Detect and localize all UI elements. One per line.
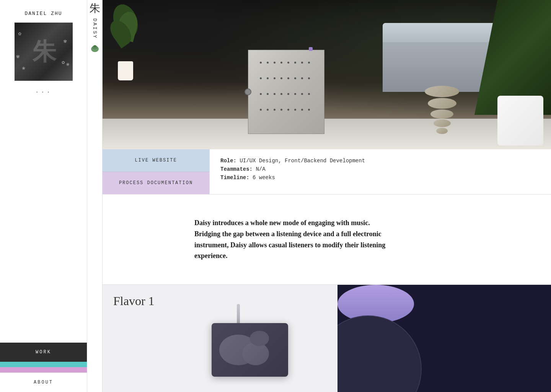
teammates-line: Teammates: N/A bbox=[220, 166, 540, 172]
live-website-button[interactable]: LIVE WEBSITE bbox=[103, 149, 209, 172]
device-screen bbox=[212, 323, 288, 377]
decorative-stones bbox=[425, 86, 459, 134]
sidebar-top: DANIEL ZHU 朱 ✿ ✾ ❀ ✿ ✾ ❀ ... bbox=[0, 0, 87, 343]
vertical-strip: 朱 DAISY bbox=[87, 0, 103, 392]
sofa bbox=[383, 23, 497, 92]
flavor-left: Flavor 1 bbox=[103, 285, 337, 392]
device-dot-grid bbox=[256, 58, 316, 126]
author-avatar: 朱 ✿ ✾ ❀ ✿ ✾ ❀ bbox=[15, 23, 73, 81]
flower-decoration: ✾ bbox=[16, 53, 20, 60]
sidebar: DANIEL ZHU 朱 ✿ ✾ ❀ ✿ ✾ ❀ ... WORK ABOUT bbox=[0, 0, 87, 392]
nav-about-button[interactable]: ABOUT bbox=[0, 372, 87, 392]
planter-right bbox=[497, 96, 543, 145]
flower-decoration: ✿ bbox=[62, 59, 65, 65]
teammates-value: N/A bbox=[256, 166, 265, 172]
flower-decoration: ✾ bbox=[64, 38, 67, 44]
svg-point-2 bbox=[93, 45, 96, 47]
navigation: WORK ABOUT bbox=[0, 343, 87, 392]
timeline-label: Timeline: bbox=[220, 175, 253, 181]
description-text: Daisy introduces a whole new mode of eng… bbox=[194, 217, 393, 261]
flavor-section: Flavor 1 bbox=[103, 285, 551, 392]
cyan-color-bar bbox=[0, 362, 87, 367]
description-section: Daisy introduces a whole new mode of eng… bbox=[103, 194, 551, 285]
flower-decoration: ✿ bbox=[18, 30, 21, 37]
marble-floor bbox=[103, 119, 551, 149]
teammates-label: Teammates: bbox=[220, 166, 256, 172]
timeline-value: 6 weeks bbox=[253, 175, 275, 181]
device-light bbox=[309, 47, 313, 51]
pink-color-bar bbox=[0, 367, 87, 372]
hero-image bbox=[103, 0, 551, 149]
dark-arc-decoration bbox=[337, 315, 422, 392]
flavor1-device-illustration bbox=[200, 315, 300, 392]
timeline-line: Timeline: 6 weeks bbox=[220, 175, 540, 181]
project-name-vertical: DAISY bbox=[92, 18, 98, 39]
author-name: DANIEL ZHU bbox=[24, 11, 62, 16]
info-right: Role: UI/UX Design, Front/Backend Develo… bbox=[210, 149, 551, 194]
role-value: UI/UX Design, Front/Backend Development bbox=[240, 158, 365, 164]
process-documentation-button[interactable]: PROCESS DOCUMENTATION bbox=[103, 172, 209, 194]
kanji-character: 朱 bbox=[90, 3, 100, 14]
flavor-title: Flavor 1 bbox=[113, 294, 327, 308]
main-content: LIVE WEBSITE PROCESS DOCUMENTATION Role:… bbox=[103, 0, 551, 392]
device-button bbox=[245, 88, 251, 95]
role-line: Role: UI/UX Design, Front/Backend Develo… bbox=[220, 158, 540, 164]
info-left: LIVE WEBSITE PROCESS DOCUMENTATION bbox=[103, 149, 210, 194]
nav-work-button[interactable]: WORK bbox=[0, 343, 87, 362]
flower-decoration: ❀ bbox=[66, 61, 69, 67]
daisy-device bbox=[248, 50, 324, 134]
plant-left bbox=[110, 4, 141, 80]
info-section: LIVE WEBSITE PROCESS DOCUMENTATION Role:… bbox=[103, 149, 551, 194]
ellipsis: ... bbox=[35, 87, 52, 95]
strip-icon bbox=[90, 44, 99, 53]
avatar-kanji: 朱 bbox=[33, 40, 55, 64]
flower-decoration: ❀ bbox=[22, 65, 25, 71]
role-label: Role: bbox=[220, 158, 240, 164]
plant-pot bbox=[118, 61, 133, 80]
flavor-right bbox=[337, 285, 551, 392]
avatar-background: 朱 ✿ ✾ ❀ ✿ ✾ ❀ bbox=[15, 23, 73, 81]
